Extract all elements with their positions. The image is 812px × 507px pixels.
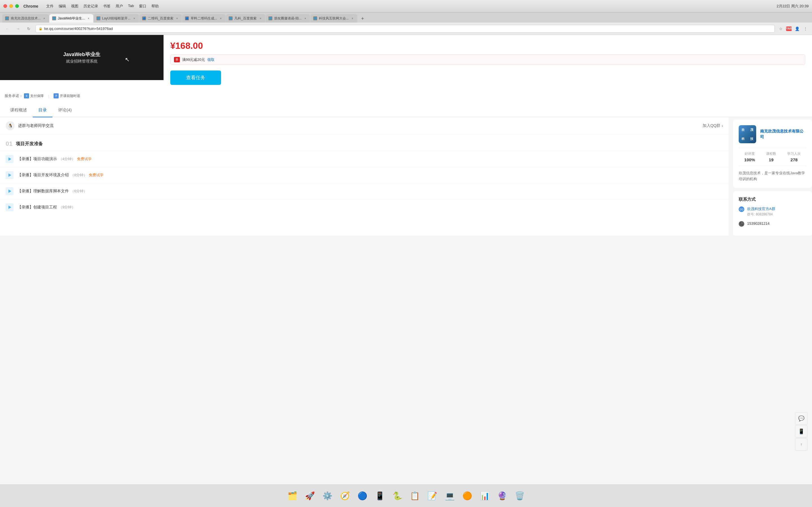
address-bar: ← → ↻ 🔒 ke.qq.com/course/400276?tuin=541… xyxy=(0,22,812,35)
back-button[interactable]: ← xyxy=(3,25,11,33)
tab-5-close[interactable]: × xyxy=(219,16,223,20)
new-tab-button[interactable]: + xyxy=(359,15,366,22)
contact-section: 联系方式 QQ 欣茂科技官方A群 群号: 808286784 📞 1539028… xyxy=(733,191,812,236)
url-bar[interactable]: 🔒 ke.qq.com/course/400276?tuin=541976ad xyxy=(36,25,775,33)
video-player[interactable]: JavaWeb毕业生 就业招聘管理系统 ↖ xyxy=(0,35,164,80)
tab-7[interactable]: 🌐 朋友圈邀请函-陌... × xyxy=(266,14,310,22)
app-title: Chrome xyxy=(23,4,38,8)
company-name[interactable]: 南充欣茂信息技术有限公司 xyxy=(760,128,806,139)
lesson-row-4[interactable]: 【录播】创建项目工程 （9分钟） xyxy=(0,199,729,215)
tab-bar: 🌐 南充欣茂信息技术... × 🌐 JavaWeb毕业生... × 🌐 LayU… xyxy=(0,12,812,22)
contact-qq-name[interactable]: 欣茂科技官方A群 xyxy=(747,206,775,212)
play-triangle-1 xyxy=(8,157,11,161)
minimize-button[interactable] xyxy=(9,4,13,8)
tab-1-close[interactable]: × xyxy=(42,16,46,20)
tab-8-label: 科技风互联网大会... xyxy=(319,16,349,21)
menu-view[interactable]: 视图 xyxy=(71,4,78,9)
bookmark-icon[interactable]: ☆ xyxy=(777,26,784,32)
menu-edit[interactable]: 编辑 xyxy=(59,4,66,9)
tab-2-label: JavaWeb毕业生... xyxy=(58,16,85,21)
menu-help[interactable]: 帮助 xyxy=(152,4,159,9)
maximize-button[interactable] xyxy=(15,4,19,8)
video-title-main: JavaWeb毕业生 xyxy=(63,51,100,58)
tab-4-close[interactable]: × xyxy=(175,16,179,20)
menu-icon[interactable]: ⋮ xyxy=(802,26,809,32)
tab-6[interactable]: 🌐 凡科_百度搜索 × xyxy=(226,14,265,22)
tab-8-close[interactable]: × xyxy=(350,16,354,20)
tab-catalog[interactable]: 目录 xyxy=(33,104,52,117)
tab-2[interactable]: 🌐 JavaWeb毕业生... × xyxy=(49,14,93,22)
tab-6-close[interactable]: × xyxy=(258,16,263,20)
play-icon-1 xyxy=(6,155,13,163)
lesson-duration-4: （9分钟） xyxy=(59,205,75,210)
service-item-1: 支 支付保障 xyxy=(24,93,44,98)
right-panel: 欣 茂 科 技 南充欣茂信息技术有限公司 好评度 100% xyxy=(733,117,812,236)
logo-grid: 欣 茂 科 技 xyxy=(739,125,756,143)
lesson-free-2[interactable]: 免费试学 xyxy=(89,173,104,178)
forward-button[interactable]: → xyxy=(14,25,22,33)
company-card: 欣 茂 科 技 南充欣茂信息技术有限公司 好评度 100% xyxy=(733,120,812,188)
logo-char-4: 技 xyxy=(747,134,756,143)
lesson-title-3: 【录播】理解数据库脚本文件 xyxy=(17,189,69,194)
menu-file[interactable]: 文件 xyxy=(46,4,54,9)
view-task-button[interactable]: 查看任务 xyxy=(170,70,221,85)
refund-icon: 开 xyxy=(54,93,59,98)
contact-qq-info: 欣茂科技官方A群 群号: 808286784 xyxy=(747,206,775,217)
play-triangle-3 xyxy=(8,189,11,193)
discount-text: 满99元减20元 xyxy=(182,57,205,62)
stat-students-value: 278 xyxy=(787,157,801,162)
play-icon-4 xyxy=(6,203,13,211)
tab-3-close[interactable]: × xyxy=(132,16,136,20)
menu-tab[interactable]: Tab xyxy=(128,4,134,9)
stat-courses: 课程数 19 xyxy=(766,152,776,162)
logo-char-3: 科 xyxy=(739,134,747,143)
tab-reviews[interactable]: 评论(4) xyxy=(52,104,77,117)
profile-icon[interactable]: 👤 xyxy=(794,26,800,32)
contact-phone: 📞 15390281214 xyxy=(739,221,806,227)
lesson-row-3[interactable]: 【录播】理解数据库脚本文件 （6分钟） xyxy=(0,183,729,199)
tab-1[interactable]: 🌐 南充欣茂信息技术... × xyxy=(2,14,49,22)
tab-8[interactable]: 🌐 科技风互联网大会... × xyxy=(310,14,357,22)
lock-icon: 🔒 xyxy=(39,27,43,31)
video-title-sub: 就业招聘管理系统 xyxy=(63,59,100,64)
lesson-row-2[interactable]: 【录播】项目开发环境及介绍 （8分钟） 免费试学 xyxy=(0,167,729,183)
tab-3[interactable]: 🌐 LayUI前端框架开... × xyxy=(94,14,139,22)
extension-icon-1[interactable]: YAR xyxy=(786,26,792,31)
tab-4[interactable]: 🔵 二维码_百度搜索 × xyxy=(139,14,182,22)
lesson-title-1: 【录播】项目功能演示 xyxy=(17,157,57,162)
menu-user[interactable]: 用户 xyxy=(116,4,123,9)
menu-history[interactable]: 历史记录 xyxy=(83,4,98,9)
tab-4-label: 二维码_百度搜索 xyxy=(148,16,173,21)
qq-join-action[interactable]: 加入QQ群 › xyxy=(703,123,723,128)
close-button[interactable] xyxy=(3,4,7,8)
menu-window[interactable]: 窗口 xyxy=(139,4,146,9)
tab-3-favicon: 🌐 xyxy=(97,16,100,20)
logo-char-2: 茂 xyxy=(747,125,756,134)
stat-rating-value: 100% xyxy=(744,157,755,162)
tab-2-close[interactable]: × xyxy=(86,16,91,20)
service-item-2: 开 开课前随时退 xyxy=(54,93,80,98)
tab-8-favicon: 🌐 xyxy=(313,16,317,20)
section-01-header: 01 项目开发准备 xyxy=(0,134,729,151)
tab-6-label: 凡科_百度搜索 xyxy=(234,16,256,21)
lesson-title-4: 【录播】创建项目工程 xyxy=(17,205,57,210)
menu-bookmarks[interactable]: 书签 xyxy=(103,4,111,9)
video-overlay: JavaWeb毕业生 就业招聘管理系统 xyxy=(63,51,100,64)
stat-rating: 好评度 100% xyxy=(744,152,755,162)
discount-link[interactable]: 领取 xyxy=(207,57,215,62)
tab-5[interactable]: 🟦 草料二维码生成... × xyxy=(182,14,226,22)
page-content: JavaWeb毕业生 就业招聘管理系统 ↖ ¥168.00 券 满99元减20元… xyxy=(0,35,812,236)
tab-3-label: LayUI前端框架开... xyxy=(102,16,130,21)
titlebar: Chrome 文件 编辑 视图 历史记录 书签 用户 Tab 窗口 帮助 2月2… xyxy=(0,0,812,12)
tab-overview[interactable]: 课程概述 xyxy=(4,104,33,117)
lesson-free-1[interactable]: 免费试学 xyxy=(77,157,92,162)
lesson-row-1[interactable]: 【录播】项目功能演示 （4分钟） 免费试学 xyxy=(0,151,729,167)
discount-row: 券 满99元减20元 领取 xyxy=(170,54,805,65)
qq-join-row[interactable]: 🐧 进群与老师同学交流 加入QQ群 › xyxy=(0,117,729,134)
logo-char-1: 欣 xyxy=(739,125,747,134)
service-text-1: 支付保障 xyxy=(30,94,44,98)
reload-button[interactable]: ↻ xyxy=(25,25,33,33)
tab-1-favicon: 🌐 xyxy=(5,16,9,20)
contact-phone-value: 15390281214 xyxy=(747,221,770,227)
tab-7-close[interactable]: × xyxy=(303,16,307,20)
